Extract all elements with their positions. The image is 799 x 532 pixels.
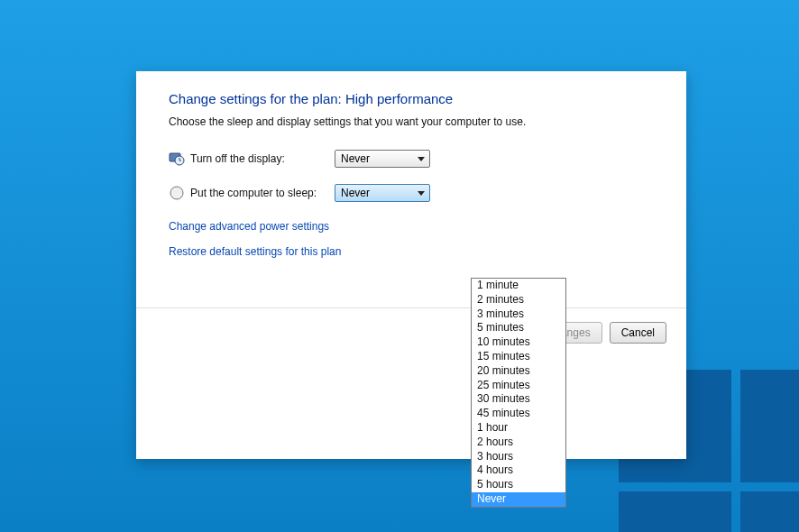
separator (136, 307, 686, 308)
dropdown-option[interactable]: 15 minutes (472, 350, 565, 364)
dropdown-option[interactable]: 4 hours (472, 463, 565, 478)
dropdown-option[interactable]: 25 minutes (472, 379, 565, 393)
cancel-button[interactable]: Cancel (610, 322, 666, 344)
dropdown-option[interactable]: 3 minutes (472, 307, 565, 322)
sleep-timeout-value: Never (341, 187, 414, 199)
sleep-timeout-dropdown[interactable]: 1 minute2 minutes3 minutes5 minutes10 mi… (471, 278, 566, 508)
dropdown-option[interactable]: Never (472, 492, 565, 507)
sleep-timeout-label: Put the computer to sleep: (190, 187, 335, 199)
display-timeout-value: Never (341, 152, 414, 165)
dropdown-option[interactable]: 30 minutes (472, 392, 565, 407)
dropdown-option[interactable]: 5 minutes (472, 321, 565, 335)
display-timeout-select[interactable]: Never (335, 150, 430, 168)
dropdown-option[interactable]: 1 hour (472, 421, 565, 436)
sleep-timeout-select[interactable]: Never (335, 184, 430, 202)
page-title: Change settings for the plan: High perfo… (169, 91, 654, 106)
chevron-down-icon (414, 151, 427, 167)
dropdown-option[interactable]: 2 hours (472, 436, 565, 450)
power-options-window: Change settings for the plan: High perfo… (136, 71, 686, 459)
display-timeout-label: Turn off the display: (190, 152, 335, 165)
dropdown-option[interactable]: 3 hours (472, 450, 565, 464)
chevron-down-icon (414, 185, 427, 201)
dropdown-option[interactable]: 20 minutes (472, 364, 565, 379)
moon-icon (169, 185, 185, 201)
dropdown-option[interactable]: 1 minute (472, 279, 565, 293)
sleep-timeout-row: Put the computer to sleep: Never (169, 184, 654, 202)
dropdown-option[interactable]: 10 minutes (472, 335, 565, 350)
advanced-power-settings-link[interactable]: Change advanced power settings (169, 220, 654, 233)
dropdown-option[interactable]: 45 minutes (472, 407, 565, 421)
page-subtitle: Choose the sleep and display settings th… (169, 115, 654, 128)
dropdown-option[interactable]: 2 minutes (472, 293, 565, 307)
dropdown-option[interactable]: 5 hours (472, 478, 565, 492)
monitor-clock-icon (169, 151, 185, 167)
restore-defaults-link[interactable]: Restore default settings for this plan (169, 245, 654, 258)
svg-point-4 (170, 187, 183, 199)
display-timeout-row: Turn off the display: Never (169, 150, 654, 168)
